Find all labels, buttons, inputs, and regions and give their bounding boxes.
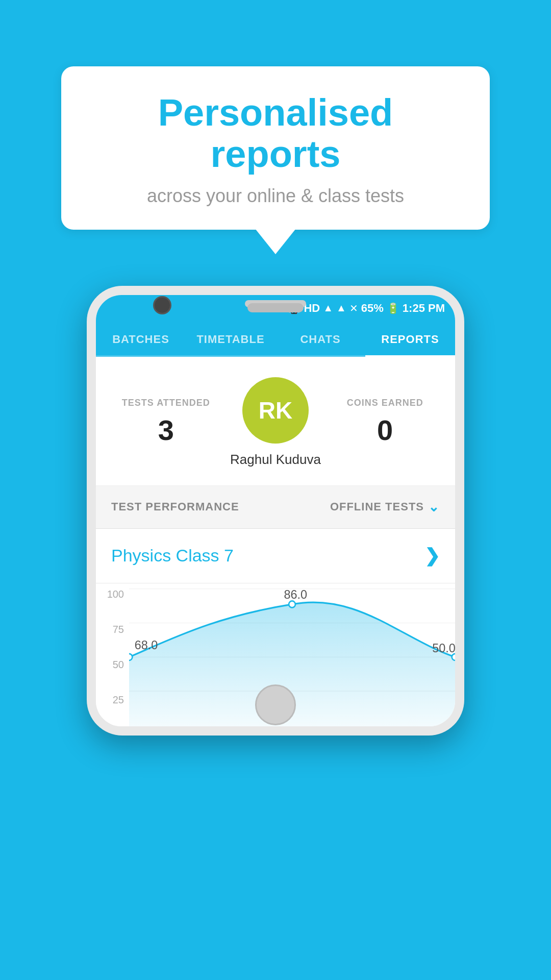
phone-frame: ★ 📳 HD ▲ ▲ ✕ 65% 🔋 1:25 PM BATCHES TIMET	[87, 286, 464, 736]
y-label-25: 25	[96, 694, 129, 706]
data-point-2	[289, 601, 295, 607]
wifi-icon: ▲	[323, 302, 333, 314]
time-display: 1:25 PM	[403, 302, 445, 315]
y-label-100: 100	[96, 589, 129, 600]
data-label-3: 50.0	[432, 641, 455, 654]
coins-earned-label: COINS EARNED	[330, 398, 440, 408]
speaker	[247, 303, 304, 312]
hd-badge: HD	[304, 302, 320, 315]
home-button[interactable]	[255, 684, 296, 725]
battery-percent: 65%	[361, 302, 384, 315]
battery-icon: 🔋	[387, 302, 399, 314]
data-point-3	[452, 654, 455, 660]
phone-screen: ★ 📳 HD ▲ ▲ ✕ 65% 🔋 1:25 PM BATCHES TIMET	[96, 295, 455, 726]
test-performance-header: TEST PERFORMANCE OFFLINE TESTS ⌄	[96, 486, 455, 529]
tab-chats[interactable]: CHATS	[276, 322, 365, 355]
chevron-right-icon: ❯	[424, 545, 440, 567]
coins-earned-block: COINS EARNED 0	[330, 398, 440, 447]
avatar: RK	[242, 377, 309, 444]
x-icon: ✕	[349, 302, 358, 314]
tab-reports[interactable]: REPORTS	[365, 322, 455, 355]
data-label-1: 68.0	[135, 639, 158, 652]
coins-earned-value: 0	[330, 413, 440, 447]
signal-icon: ▲	[336, 302, 346, 314]
class-name: Physics Class 7	[111, 546, 234, 566]
tab-timetable[interactable]: TIMETABLE	[186, 322, 276, 355]
nav-tabs: BATCHES TIMETABLE CHATS REPORTS	[96, 322, 455, 357]
tests-attended-block: TESTS ATTENDED 3	[111, 398, 221, 447]
data-label-2: 86.0	[284, 588, 308, 601]
y-label-75: 75	[96, 624, 129, 635]
physics-class-row[interactable]: Physics Class 7 ❯	[96, 529, 455, 583]
profile-section: TESTS ATTENDED 3 RK Raghul Kuduva COINS …	[96, 357, 455, 486]
offline-tests-button[interactable]: OFFLINE TESTS ⌄	[330, 499, 440, 515]
test-performance-label: TEST PERFORMANCE	[111, 500, 239, 513]
chart-y-labels: 100 75 50 25	[96, 583, 129, 726]
phone-wrapper: ★ 📳 HD ▲ ▲ ✕ 65% 🔋 1:25 PM BATCHES TIMET	[87, 286, 464, 736]
y-label-50: 50	[96, 659, 129, 671]
camera	[153, 296, 171, 314]
tooltip-card: Personalised reports across your online …	[61, 66, 490, 230]
avatar-block: RK Raghul Kuduva	[221, 377, 331, 468]
tooltip-title: Personalised reports	[92, 92, 459, 175]
tests-attended-label: TESTS ATTENDED	[111, 398, 221, 408]
chevron-down-icon: ⌄	[428, 499, 440, 515]
tab-batches[interactable]: BATCHES	[96, 322, 186, 355]
avatar-name: Raghul Kuduva	[230, 452, 321, 468]
tests-attended-value: 3	[111, 413, 221, 447]
data-point-1	[129, 654, 132, 660]
tooltip-subtitle: across your online & class tests	[92, 185, 459, 207]
